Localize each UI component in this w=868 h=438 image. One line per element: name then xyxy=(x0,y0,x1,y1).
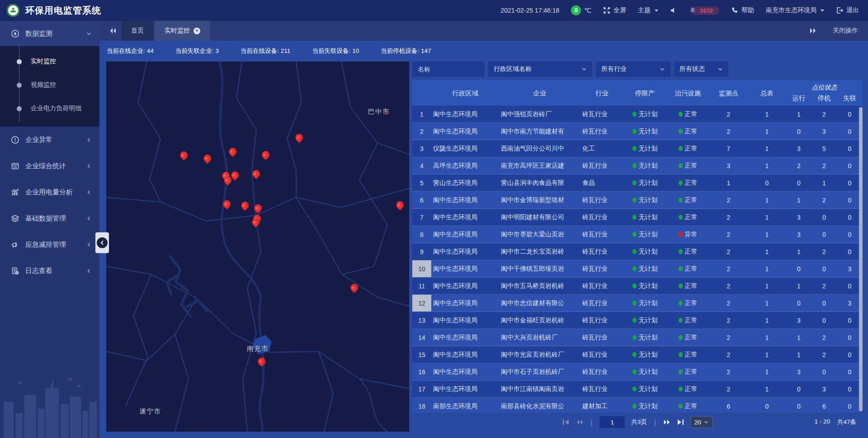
limit-status-cell: 无计划 xyxy=(623,248,666,256)
sidebar-item-4[interactable]: 基础数据管理 xyxy=(0,205,99,231)
map-city-label: 南充市 xyxy=(247,344,269,353)
sidebar-menu: 数据监测实时监控视频监控企业电力负荷明细企业异常企业综合统计企业用电量分析基础数… xyxy=(0,21,99,284)
sidebar-item-6[interactable]: 日志查看 xyxy=(0,258,99,284)
sidebar-item-label: 日志查看 xyxy=(25,267,80,275)
industry-select[interactable]: 所有行业 xyxy=(596,61,670,77)
next-page-button[interactable] xyxy=(663,419,670,425)
logout-button[interactable]: 退出 xyxy=(836,6,859,14)
fullscreen-icon xyxy=(603,7,610,14)
fullscreen-button[interactable]: 全屏 xyxy=(603,6,626,14)
app-logo-icon xyxy=(6,4,20,17)
status-text: 无计划 xyxy=(639,351,658,359)
temperature-badge: 0 xyxy=(571,5,581,15)
company-cell: 阆中市光富页岩机砖厂 xyxy=(499,351,580,359)
status-dot-icon xyxy=(632,283,637,288)
sidebar-subitem-1[interactable]: 视频监控 xyxy=(0,73,99,97)
stat-item-3: 当前失联设备:10 xyxy=(312,47,359,55)
chevron-down-icon xyxy=(660,66,665,72)
bullet-dot-icon xyxy=(17,59,22,64)
sidebar-subitem-0[interactable]: 实时监控 xyxy=(0,50,99,73)
table-row[interactable]: 3仪陇生态环境局西南油气田分公司川中化工无计划正常71350 xyxy=(412,140,863,157)
help-button[interactable]: 帮助 xyxy=(731,6,754,14)
region-cell: 阆中生态环境局 xyxy=(431,316,499,325)
sidebar-subitem-2[interactable]: 企业电力负荷明细 xyxy=(0,97,99,120)
close-operations-button[interactable]: 关闭操作 xyxy=(833,27,858,35)
org-dropdown[interactable]: 南充市生态环境局 xyxy=(766,6,824,14)
table-row[interactable]: 7阆中生态环境局阆中明阳建材有限公司砖瓦行业无计划正常21300 xyxy=(412,209,863,226)
close-icon[interactable]: ✕ xyxy=(193,28,200,34)
table-row[interactable]: 12阆中生态环境局阆中市忠信建材有限公砖瓦行业无计划正常21003 xyxy=(412,295,863,312)
status-dot-icon xyxy=(632,129,637,134)
notification-button[interactable]: 2632 xyxy=(689,6,719,15)
status-select[interactable]: 所有状态 xyxy=(674,61,728,77)
tabs-scroll-right-button[interactable] xyxy=(805,28,821,34)
status-text: 无计划 xyxy=(639,402,658,410)
table-row[interactable]: 6阆中生态环境局阆中市金博瑞新型墙材砖瓦行业无计划正常21120 xyxy=(412,192,863,209)
sidebar-item-1[interactable]: 企业异常 xyxy=(0,127,99,153)
sidebar-item-2[interactable]: 企业综合统计 xyxy=(0,153,99,179)
table-row[interactable]: 18南部生态环境局南部县砖化水泥有限公建材加工无计划正常60060 xyxy=(412,398,863,413)
status-dot-icon xyxy=(679,198,683,203)
limit-status-cell: 无计划 xyxy=(623,179,666,187)
row-index-cell: 3 xyxy=(412,140,431,157)
page-size-select[interactable]: 20 xyxy=(690,416,712,428)
meters-cell: 1 xyxy=(748,283,786,290)
table-row[interactable]: 14阆中生态环境局阆中大兴页岩机砖厂砖瓦行业无计划正常21120 xyxy=(412,329,863,346)
stopped-cell: 3 xyxy=(811,128,837,135)
table-row[interactable]: 8阆中生态环境局阆中市枣碧大梁山页岩砖瓦行业无计划异常21300 xyxy=(412,226,863,243)
prev-page-button[interactable] xyxy=(576,419,583,425)
map-panel[interactable]: 巴中市南充市遂宁市 xyxy=(106,61,409,432)
table-row[interactable]: 2阆中生态环境局阆中市南方节能建材有砖瓦行业无计划正常21030 xyxy=(412,123,863,140)
limit-status-cell: 无计划 xyxy=(623,231,666,239)
limit-status-cell: 无计划 xyxy=(623,265,666,273)
tab-realtime-monitor[interactable]: 实时监控 ✕ xyxy=(155,21,210,41)
table-row[interactable]: 10阆中生态环境局阆中千佛镇五郎垭页岩砖瓦行业无计划正常21003 xyxy=(412,260,863,278)
status-dot-icon xyxy=(679,146,683,151)
layers-icon xyxy=(11,214,19,223)
points-cell: 2 xyxy=(709,265,748,273)
sidebar-item-5[interactable]: 应急减排管理 xyxy=(0,231,99,258)
last-page-button[interactable] xyxy=(677,419,684,425)
summary-icon xyxy=(11,162,19,170)
status-text: 正常 xyxy=(685,351,698,359)
running-cell: 0 xyxy=(786,179,811,187)
tab-home[interactable]: 首页 xyxy=(121,21,154,41)
row-index-cell: 2 xyxy=(412,123,431,140)
stopped-cell: 5 xyxy=(811,145,837,152)
table-row[interactable]: 17阆中生态环境局阆中市江南镇阆南页岩砖瓦行业无计划正常21030 xyxy=(412,381,863,398)
status-dot-icon xyxy=(679,404,683,409)
industry-cell: 建材加工 xyxy=(580,402,623,410)
table-row[interactable]: 13阆中生态环境局阆中市金福旺页岩机砖砖瓦行业无计划正常21300 xyxy=(412,312,863,329)
theme-dropdown[interactable]: 主题 xyxy=(638,6,658,14)
sidebar-item-0[interactable]: 数据监测 xyxy=(0,21,99,46)
meters-cell: 0 xyxy=(748,179,786,187)
table-row[interactable]: 15阆中生态环境局阆中市光富页岩机砖厂砖瓦行业无计划正常21120 xyxy=(412,346,863,363)
map-city-label: 巴中市 xyxy=(368,107,390,116)
status-dot-icon xyxy=(632,215,637,220)
limit-status-cell: 无计划 xyxy=(623,282,666,290)
limit-status-cell: 无计划 xyxy=(623,316,666,325)
table-row[interactable]: 4高坪生态环境局南充市高坪区王家店建砖瓦行业无计划正常31220 xyxy=(412,157,863,174)
map-city-label: 遂宁市 xyxy=(139,407,161,415)
limit-status-cell: 无计划 xyxy=(623,299,666,307)
page-number-input[interactable] xyxy=(599,416,625,428)
mute-button[interactable] xyxy=(670,7,677,14)
map-collapse-handle[interactable] xyxy=(95,232,109,253)
company-cell: 西南油气田分公司川中 xyxy=(499,145,580,153)
tabs-scroll-left-button[interactable] xyxy=(105,21,121,41)
first-page-button[interactable] xyxy=(562,419,570,425)
name-search-input[interactable] xyxy=(412,61,485,77)
region-select[interactable]: 行政区域名称 xyxy=(488,61,592,77)
table-row[interactable]: 5营山生态环境局营山县润丰肉食品有限食品无计划正常10010 xyxy=(412,174,863,192)
sidebar-item-3[interactable]: 企业用电量分析 xyxy=(0,179,99,205)
stopped-cell: 0 xyxy=(811,317,837,324)
status-text: 无计划 xyxy=(639,145,658,153)
table-row[interactable]: 11阆中生态环境局阆中市五马桥页岩机砖砖瓦行业无计划正常21120 xyxy=(412,278,863,295)
company-cell: 阆中市石子页岩机砖厂 xyxy=(499,368,580,376)
table-row[interactable]: 16阆中生态环境局阆中市石子页岩机砖厂砖瓦行业无计划正常21300 xyxy=(412,363,863,381)
scrollbar[interactable] xyxy=(859,107,863,411)
industry-cell: 砖瓦行业 xyxy=(580,265,623,273)
points-cell: 2 xyxy=(709,351,748,358)
table-row[interactable]: 1阆中生态环境局阆中强锐页岩砖厂砖瓦行业无计划正常21120 xyxy=(412,106,863,123)
table-row[interactable]: 9阆中生态环境局阆中市二龙长宝页岩砖砖瓦行业无计划正常21120 xyxy=(412,243,863,260)
